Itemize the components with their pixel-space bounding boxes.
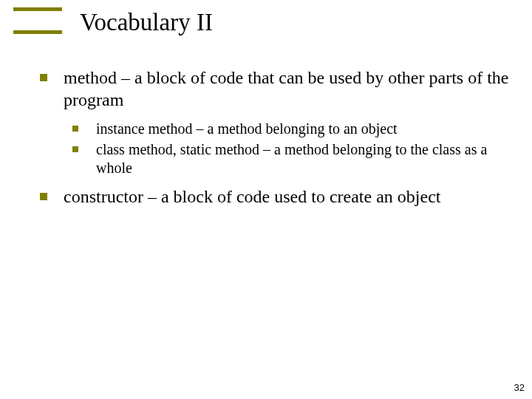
bullet-text: instance method – a method belonging to … (96, 120, 398, 137)
slide: Vocabulary II method – a block of code t… (0, 0, 532, 399)
bullet-text: method – a block of code that can be use… (64, 68, 508, 109)
title-accent-bars (13, 7, 62, 34)
square-bullet-icon (40, 193, 47, 200)
page-number: 32 (514, 382, 525, 393)
square-bullet-icon (72, 126, 78, 132)
page-title: Vocabulary II (80, 9, 213, 36)
bullet-l1: constructor – a block of code used to cr… (37, 185, 510, 208)
sub-bullet-group: instance method – a method belonging to … (37, 120, 510, 177)
bullet-text: constructor – a block of code used to cr… (64, 187, 440, 206)
accent-bar-bottom (13, 30, 62, 34)
bullet-l1: method – a block of code that can be use… (37, 66, 510, 111)
bullet-l2: instance method – a method belonging to … (69, 120, 510, 137)
bullet-text: class method, static method – a method b… (96, 141, 487, 175)
accent-bar-top (13, 7, 62, 11)
square-bullet-icon (72, 146, 78, 152)
body-content: method – a block of code that can be use… (37, 66, 510, 216)
bullet-l2: class method, static method – a method b… (69, 140, 510, 177)
square-bullet-icon (40, 74, 47, 81)
